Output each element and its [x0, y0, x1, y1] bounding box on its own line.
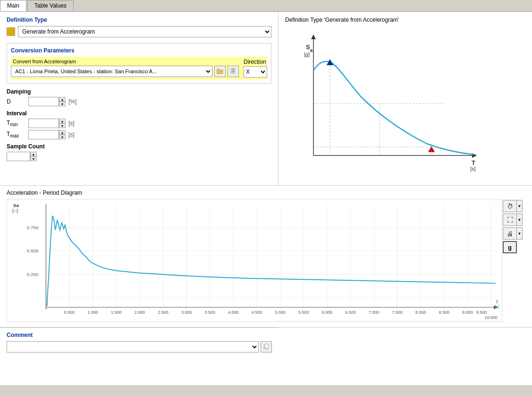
- sample-count-section: Sample Count 120 ▲ ▼: [7, 143, 271, 161]
- tool-clock-row: ⏱ ▼: [503, 200, 523, 212]
- tool-print-row: 🖨 ▼: [503, 227, 523, 240]
- damping-up[interactable]: ▲: [59, 97, 66, 102]
- diagram-section: Acceleration - Period Diagram: [0, 186, 532, 327]
- svg-text:6.000: 6.000: [322, 310, 332, 315]
- sample-count-down[interactable]: ▼: [30, 156, 37, 161]
- svg-text:10.000: 10.000: [484, 315, 497, 320]
- tmax-spinners: ▲ ▼: [59, 130, 66, 139]
- right-chart-title: Definition Type 'Generate from Accelerog…: [285, 17, 525, 23]
- tmin-row: Tmin 0.010 ▲ ▼ [s]: [7, 119, 271, 128]
- svg-text:T: T: [496, 299, 498, 304]
- damping-label: Damping: [7, 88, 271, 95]
- svg-text:[--]: [--]: [12, 208, 18, 213]
- tools-panel: ⏱ ▼ ⛶ ▼ 🖨 ▼ g: [503, 200, 523, 253]
- svg-text:9.000: 9.000: [462, 310, 473, 315]
- definition-type-row: Generate from Accelerogram: [7, 26, 271, 37]
- svg-text:4.000: 4.000: [228, 310, 238, 315]
- direction-label: Direction: [244, 59, 266, 65]
- svg-text:1.000: 1.000: [87, 310, 98, 315]
- comment-input-row: [7, 341, 272, 353]
- svg-marker-16: [327, 59, 333, 65]
- folder-icon[interactable]: [214, 66, 226, 77]
- svg-text:5.500: 5.500: [298, 310, 309, 315]
- accelerogram-select[interactable]: AC1 - Loma Prieta, United States - stati…: [11, 66, 212, 77]
- definition-type-icon: [7, 27, 15, 36]
- tmax-unit: [s]: [68, 131, 75, 138]
- definition-type-select[interactable]: Generate from Accelerogram: [18, 26, 271, 37]
- tool-g-row: g: [503, 241, 523, 253]
- svg-rect-2: [232, 68, 234, 69]
- svg-text:7.000: 7.000: [369, 310, 379, 315]
- svg-text:3.000: 3.000: [181, 310, 192, 315]
- top-section: Definition Type Generate from Accelerogr…: [0, 12, 532, 186]
- comment-label: Comment: [7, 332, 272, 338]
- right-panel: Definition Type 'Generate from Accelerog…: [279, 12, 532, 185]
- svg-marker-8: [311, 34, 316, 39]
- conversion-params-label: Conversion Parameters: [11, 47, 267, 54]
- print-tool-btn[interactable]: 🖨: [503, 227, 517, 240]
- interval-section: Interval Tmin 0.010 ▲ ▼ [s] Tmax: [7, 110, 271, 139]
- svg-text:3.500: 3.500: [205, 310, 215, 315]
- accel-select-row: AC1 - Loma Prieta, United States - stati…: [11, 66, 239, 77]
- g-tool-btn[interactable]: g: [503, 241, 517, 253]
- tmax-row: Tmax 10.000 ▲ ▼ [s]: [7, 130, 271, 139]
- d-label: D: [7, 98, 25, 105]
- svg-text:0.250: 0.250: [27, 272, 39, 277]
- comment-input[interactable]: [7, 341, 259, 353]
- definition-type-label: Definition Type: [7, 17, 271, 23]
- svg-text:[s]: [s]: [495, 304, 499, 309]
- svg-text:2.000: 2.000: [135, 310, 145, 315]
- svg-text:8.500: 8.500: [439, 310, 449, 315]
- tmin-spinners: ▲ ▼: [59, 119, 66, 128]
- clipboard-icon[interactable]: [228, 66, 239, 77]
- svg-text:1.500: 1.500: [111, 310, 121, 315]
- svg-text:4.500: 4.500: [252, 310, 262, 315]
- right-panel-chart: Sa [g] T [s]: [285, 28, 483, 179]
- svg-text:2.500: 2.500: [158, 310, 168, 315]
- sample-count-label: Sample Count: [7, 143, 271, 150]
- print-tool-arrow[interactable]: ▼: [517, 227, 523, 240]
- tmin-unit: [s]: [68, 120, 75, 127]
- tmin-down[interactable]: ▼: [59, 123, 66, 128]
- zoom-tool-btn[interactable]: ⛶: [503, 214, 517, 226]
- damping-row: D 5.00 ▲ ▼ [%]: [7, 97, 271, 106]
- svg-text:[g]: [g]: [304, 52, 310, 57]
- comment-copy-icon[interactable]: [261, 341, 272, 353]
- tool-zoom-row: ⛶ ▼: [503, 214, 523, 226]
- svg-text:8.000: 8.000: [415, 310, 426, 315]
- zoom-tool-arrow[interactable]: ▼: [517, 214, 523, 226]
- tmax-input[interactable]: 10.000: [28, 130, 59, 139]
- sample-count-spinners: ▲ ▼: [30, 152, 37, 161]
- damping-input-group: 5.00 ▲ ▼: [28, 97, 66, 106]
- tmin-input[interactable]: 0.010: [28, 119, 59, 128]
- damping-unit: [%]: [68, 98, 76, 105]
- direction-select[interactable]: X Y Z: [244, 66, 267, 77]
- damping-down[interactable]: ▼: [59, 102, 66, 106]
- diagram-title: Acceleration - Period Diagram: [7, 189, 525, 196]
- sample-count-input[interactable]: 120: [7, 152, 30, 161]
- svg-text:T: T: [472, 159, 475, 166]
- main-content: Definition Type Generate from Accelerogr…: [0, 12, 532, 385]
- clock-tool-arrow[interactable]: ▼: [517, 200, 523, 212]
- damping-input[interactable]: 5.00: [28, 97, 59, 106]
- svg-text:9.500: 9.500: [476, 310, 487, 315]
- left-panel: Definition Type Generate from Accelerogr…: [0, 12, 279, 185]
- tab-table-values[interactable]: Table Values: [27, 0, 74, 11]
- svg-text:5.000: 5.000: [275, 310, 285, 315]
- tmax-up[interactable]: ▲: [59, 130, 66, 135]
- svg-text:6.500: 6.500: [345, 310, 355, 315]
- svg-text:[s]: [s]: [470, 166, 476, 172]
- tab-main[interactable]: Main: [0, 0, 26, 11]
- conversion-params-box: Conversion Parameters Convert from Accel…: [7, 43, 271, 84]
- sample-count-up[interactable]: ▲: [30, 152, 37, 156]
- acceleration-period-chart: Sa [--] 0.750 0.500 0.250 0.500 1.000 1.…: [7, 199, 502, 322]
- svg-rect-76: [265, 344, 269, 348]
- svg-text:Sa: Sa: [13, 203, 19, 208]
- svg-text:0.500: 0.500: [27, 248, 39, 253]
- tmax-down[interactable]: ▼: [59, 135, 66, 139]
- clock-tool-btn[interactable]: ⏱: [503, 200, 517, 212]
- tmin-input-group: 0.010 ▲ ▼: [28, 119, 66, 128]
- svg-text:0.500: 0.500: [64, 310, 75, 315]
- tmin-up[interactable]: ▲: [59, 119, 66, 123]
- tmax-input-group: 10.000 ▲ ▼: [28, 130, 66, 139]
